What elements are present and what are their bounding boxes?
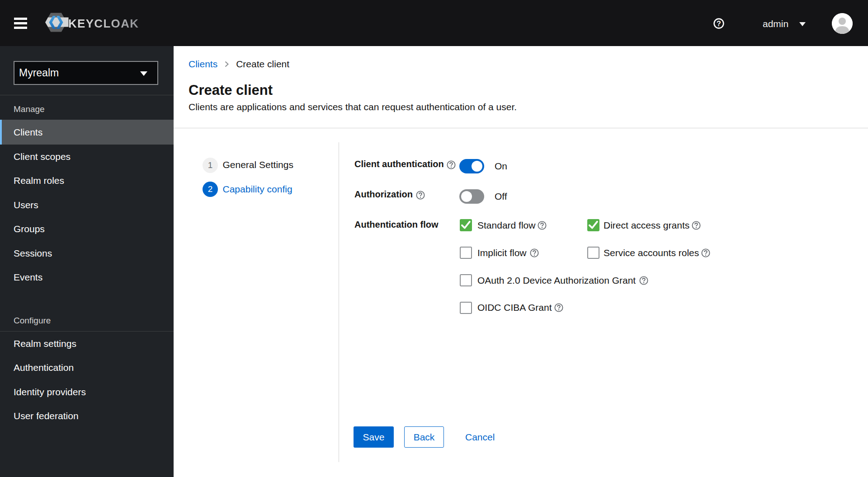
- svg-text:?: ?: [717, 20, 721, 28]
